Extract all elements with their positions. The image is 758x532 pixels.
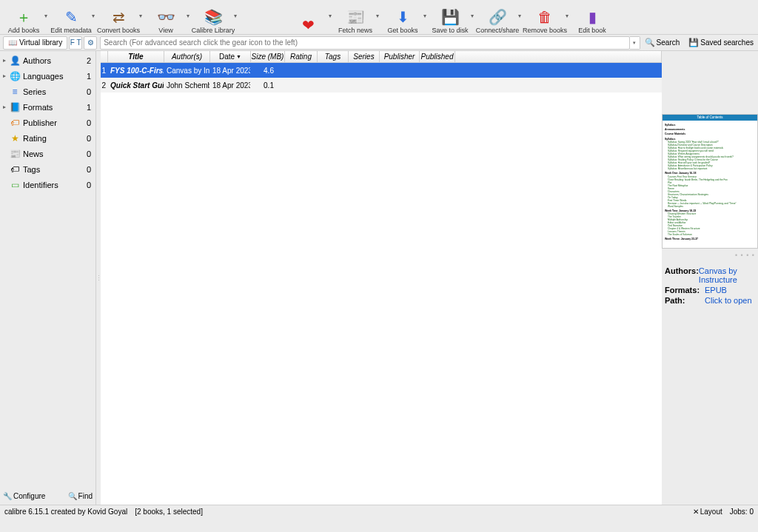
- toolbar-label: Calibre Library: [192, 27, 235, 34]
- chevron-down-icon[interactable]: ▾: [329, 13, 335, 19]
- toolbar-remove-books[interactable]: 🗑Remove books: [524, 1, 566, 34]
- configure-label: Configure: [13, 492, 45, 500]
- toolbar-edit-metadata[interactable]: ✎Edit metadata: [50, 1, 92, 34]
- col-publisher[interactable]: Publisher: [380, 51, 420, 62]
- Calibre Library-icon: 📚: [204, 8, 222, 26]
- find-button[interactable]: 🔍Find: [68, 492, 93, 500]
- chevron-down-icon[interactable]: ▾: [423, 13, 429, 19]
- toolbar-add-books[interactable]: ＋Add books: [3, 1, 44, 34]
- chevron-down-icon[interactable]: ▾: [44, 13, 50, 19]
- toolbar-label: View: [158, 27, 172, 34]
- col-date[interactable]: Date▼: [210, 51, 251, 62]
- chevron-down-icon[interactable]: ▾: [187, 13, 192, 19]
- col-authors[interactable]: Author(s): [164, 51, 210, 62]
- chevron-down-icon[interactable]: ▾: [566, 13, 571, 19]
- main-area: ▸👤Authors2▸🌐Languages1≡Series0▸📘Formats1…: [0, 51, 758, 505]
- search-row: 📖 Virtual library F T ⚙ ▾ 🔍Search 💾Saved…: [0, 35, 758, 51]
- preview-link: Syllabus: Miscellaneous but important: [665, 167, 755, 170]
- chevron-down-icon[interactable]: ▾: [139, 13, 145, 19]
- table-row[interactable]: 1FYS 100-C-Firs...Canvas by Ins...18 Apr…: [101, 63, 662, 78]
- col-spacer: [455, 51, 662, 62]
- Add books-icon: ＋: [15, 8, 33, 26]
- sidebar-item-label: News: [23, 149, 85, 158]
- advanced-search-gear-icon[interactable]: ⚙: [84, 36, 97, 50]
- jobs-button[interactable]: Jobs: 0: [730, 508, 754, 516]
- toolbar-view[interactable]: 👓View: [145, 1, 187, 34]
- row-number: 2: [101, 81, 108, 90]
- meta-path-link[interactable]: Click to open: [705, 296, 752, 305]
- sidebar-item-formats[interactable]: ▸📘Formats1: [0, 99, 95, 115]
- meta-formats-key: Formats:: [665, 286, 705, 294]
- chevron-down-icon[interactable]: ▾: [376, 13, 382, 19]
- Get books-icon: ⬇: [394, 8, 412, 26]
- floppy-icon: 💾: [688, 38, 699, 47]
- toolbar-label: Fetch news: [338, 27, 372, 34]
- meta-formats-link[interactable]: EPUB: [705, 286, 727, 294]
- col-series[interactable]: Series: [349, 51, 380, 62]
- sidebar-item-series[interactable]: ≡Series0: [0, 84, 95, 99]
- details-pane: Table of ContentsSyllabusAnnouncementsCo…: [662, 51, 758, 505]
- chevron-right-icon: ▸: [3, 104, 9, 110]
- sidebar-item-languages[interactable]: ▸🌐Languages1: [0, 68, 95, 84]
- meta-authors-link[interactable]: Canvas by Instructure: [699, 266, 755, 284]
- publisher-icon: 🏷: [9, 118, 21, 128]
- toolbar-donate[interactable]: ❤: [287, 1, 329, 34]
- configure-button[interactable]: 🔧Configure: [3, 492, 45, 500]
- layout-button[interactable]: ✕Layout: [693, 508, 722, 516]
- toolbar-label: Save to disk: [432, 27, 468, 34]
- chevron-down-icon[interactable]: ▾: [234, 13, 240, 19]
- chevron-down-icon[interactable]: ▾: [471, 13, 477, 19]
- col-size[interactable]: Size (MB): [251, 51, 285, 62]
- sidebar-item-news[interactable]: 📰News0: [0, 146, 95, 161]
- search-dropdown[interactable]: ▾: [630, 36, 640, 50]
- Convert books-icon: ⇄: [110, 8, 127, 26]
- wrench-icon: 🔧: [3, 492, 12, 500]
- table-row[interactable]: 2Quick Start GuideJohn Schember18 Apr 20…: [101, 78, 662, 92]
- row-number: 1: [101, 67, 108, 75]
- toolbar-get-books[interactable]: ⬇Get books: [382, 1, 423, 34]
- col-published[interactable]: Published: [420, 51, 455, 62]
- sidebar-item-count: 0: [85, 134, 95, 143]
- sidebar-item-label: Identifiers: [23, 181, 85, 189]
- toolbar-calibre-library[interactable]: 📚Calibre Library: [192, 1, 234, 34]
- meta-path-key: Path:: [665, 296, 705, 305]
- sidebar-item-identifiers[interactable]: ▭Identifiers0: [0, 177, 95, 192]
- col-rating[interactable]: Rating: [285, 51, 318, 62]
- sidebar-item-label: Series: [23, 87, 85, 96]
- search-button[interactable]: 🔍Search: [640, 38, 685, 47]
- Edit book-icon: ▮: [583, 8, 601, 26]
- toolbar-convert-books[interactable]: ⇄Convert books: [98, 1, 139, 34]
- saved-searches-button[interactable]: 💾Saved searches: [684, 38, 758, 47]
- sidebar-item-rating[interactable]: ★Rating0: [0, 130, 95, 146]
- col-tags[interactable]: Tags: [318, 51, 349, 62]
- cell-size: 0.1: [251, 81, 285, 90]
- search-input[interactable]: [100, 36, 629, 50]
- virtual-library-button[interactable]: 📖 Virtual library: [3, 36, 67, 50]
- preview-link: The Scales of Solomon: [665, 233, 755, 236]
- sidebar-item-tags[interactable]: 🏷Tags0: [0, 161, 95, 177]
- fulltext-toggle[interactable]: F T: [69, 36, 82, 50]
- sidebar-item-count: 0: [85, 118, 95, 127]
- col-number[interactable]: [101, 51, 108, 62]
- book-rows: 1FYS 100-C-Firs...Canvas by Ins...18 Apr…: [101, 63, 662, 505]
- chevron-down-icon[interactable]: ▾: [518, 13, 524, 19]
- View-icon: 👓: [157, 8, 175, 26]
- toolbar-edit-book[interactable]: ▮Edit book: [571, 1, 613, 34]
- find-label: Find: [78, 492, 93, 500]
- heart-icon: ❤: [299, 16, 317, 34]
- Connect/share-icon: 🔗: [489, 8, 506, 26]
- toolbar-connect/share[interactable]: 🔗Connect/share: [477, 1, 518, 34]
- col-title[interactable]: Title: [108, 51, 164, 62]
- chevron-down-icon[interactable]: ▾: [92, 13, 98, 19]
- Edit metadata-icon: ✎: [62, 8, 80, 26]
- splitter-handle-h[interactable]: • • • •: [662, 252, 758, 259]
- sidebar-item-publisher[interactable]: 🏷Publisher0: [0, 115, 95, 130]
- cover-preview[interactable]: Table of ContentsSyllabusAnnouncementsCo…: [662, 114, 758, 249]
- chevron-right-icon: ▸: [3, 57, 9, 64]
- sidebar-item-authors[interactable]: ▸👤Authors2: [0, 53, 95, 68]
- toolbar-save-to-disk[interactable]: 💾Save to disk: [429, 1, 471, 34]
- cell-date: 18 Apr 2023: [210, 81, 251, 90]
- preview-header: Table of Contents: [663, 115, 757, 121]
- toolbar-fetch-news[interactable]: 📰Fetch news: [335, 1, 376, 34]
- cell-author: Canvas by Ins...: [164, 67, 210, 75]
